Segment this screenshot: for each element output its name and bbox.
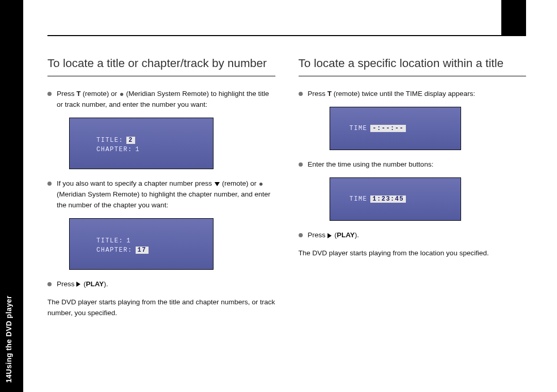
osd-time-label: TIME xyxy=(350,195,368,203)
osd-chapter-row: CHAPTER: 1 xyxy=(96,146,140,153)
key-play: PLAY xyxy=(337,231,355,239)
screenshot-time-filled: TIME 1:23:45 xyxy=(330,177,461,221)
left-outro: The DVD player starts playing from the t… xyxy=(47,297,275,319)
screenshot-title-chapter-1: TITLE: 2 CHAPTER: 1 xyxy=(69,118,214,169)
osd-title-label: TITLE: xyxy=(96,237,123,244)
right-column: To locate a specific location within a t… xyxy=(299,56,527,326)
osd-time-row: TIME -:--:-- xyxy=(350,125,406,132)
key-t: T xyxy=(76,90,80,97)
down-arrow-icon xyxy=(215,182,220,186)
steps-left-3: Press (PLAY). xyxy=(47,279,275,290)
step-press-t-twice: Press T (remote) twice until the TIME di… xyxy=(299,89,527,100)
steps-right: Press T (remote) twice until the TIME di… xyxy=(299,89,527,100)
screenshot-time-empty: TIME -:--:-- xyxy=(330,107,461,150)
left-column: To locate a title or chapter/track by nu… xyxy=(47,56,275,326)
right-outro: The DVD player starts playing from the l… xyxy=(299,248,527,259)
steps-right-3: Press (PLAY). xyxy=(299,230,527,241)
sidebar: 14Using the DVD player xyxy=(0,0,23,392)
osd-chapter-row: CHAPTER: 17 xyxy=(96,247,149,254)
sidebar-label: 14Using the DVD player xyxy=(5,296,13,383)
osd-chapter-value: 17 xyxy=(136,247,149,254)
osd-title-label: TITLE: xyxy=(96,137,123,144)
osd-chapter-label: CHAPTER: xyxy=(96,146,133,153)
osd-time-value: -:--:-- xyxy=(370,125,406,132)
content-area: To locate a title or chapter/track by nu… xyxy=(47,35,526,383)
heading-locate-within-title: To locate a specific location within a t… xyxy=(299,56,527,76)
osd-title-value: 2 xyxy=(126,137,135,144)
step-press-play-right: Press (PLAY). xyxy=(299,230,527,241)
screenshot-title-chapter-2: TITLE: 1 CHAPTER: 17 xyxy=(69,218,214,270)
osd-time-label: TIME xyxy=(350,125,368,132)
osd-title-row: TITLE: 1 xyxy=(96,237,131,244)
page: 14Using the DVD player To locate a title… xyxy=(0,0,557,392)
columns: To locate a title or chapter/track by nu… xyxy=(47,56,526,326)
play-icon xyxy=(327,233,332,238)
osd-title-row: TITLE: 2 xyxy=(96,137,135,144)
steps-left: Press T (remote) or (Meridian System Rem… xyxy=(47,89,275,110)
key-t: T xyxy=(327,90,332,97)
osd-title-value: 1 xyxy=(126,237,131,244)
key-play: PLAY xyxy=(86,280,104,288)
section-name: Using the DVD player xyxy=(5,296,13,374)
osd-chapter-label: CHAPTER: xyxy=(96,247,133,254)
steps-right-2: Enter the time using the number buttons: xyxy=(299,159,527,170)
step-press-t-highlight: Press T (remote) or (Meridian System Rem… xyxy=(47,89,275,110)
steps-left-2: If you also want to specify a chapter nu… xyxy=(47,178,275,211)
step-press-play-left: Press (PLAY). xyxy=(47,279,275,290)
step-specify-chapter: If you also want to specify a chapter nu… xyxy=(47,178,275,211)
heading-locate-by-number: To locate a title or chapter/track by nu… xyxy=(47,56,275,76)
corner-block xyxy=(501,0,526,35)
osd-time-value: 1:23:45 xyxy=(370,195,406,203)
step-enter-time: Enter the time using the number buttons: xyxy=(299,159,527,170)
bullet-icon xyxy=(259,183,263,186)
osd-time-row: TIME 1:23:45 xyxy=(350,195,406,203)
bullet-icon xyxy=(120,93,123,96)
play-icon xyxy=(76,282,80,287)
osd-chapter-value: 1 xyxy=(136,146,140,153)
top-rule xyxy=(47,35,526,36)
page-number: 14 xyxy=(5,374,13,383)
